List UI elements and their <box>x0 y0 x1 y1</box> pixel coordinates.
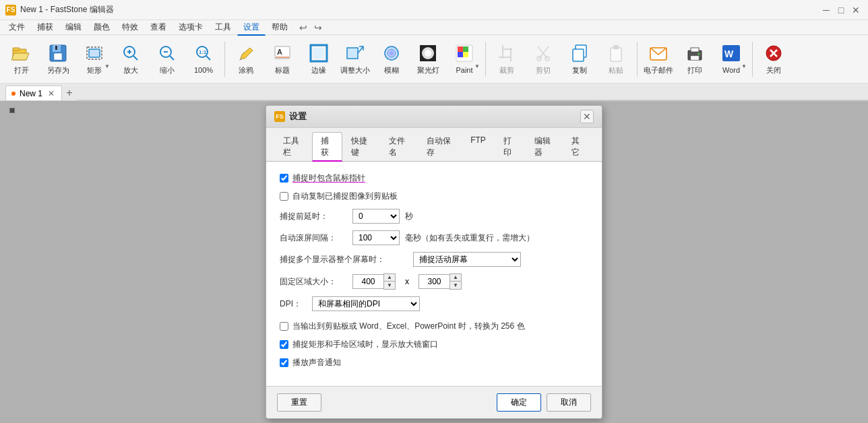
rect-button[interactable]: 矩形 ▼ <box>77 38 112 81</box>
paint-arrow: ▼ <box>474 63 480 69</box>
minimize-button[interactable]: ─ <box>819 3 833 17</box>
modal-overlay: FS 设置 ✕ 工具栏 捕获 快捷键 文件名 自动保存 FTP 打印 编辑器 其… <box>0 101 868 423</box>
menu-settings[interactable]: 设置 <box>237 20 266 36</box>
multimonitor-select[interactable]: 捕捉活动屏幕 捕捉所有屏幕 <box>413 252 521 267</box>
tab-close-button[interactable]: ✕ <box>46 89 56 98</box>
edge-label: 边缘 <box>311 66 326 75</box>
menu-view[interactable]: 查看 <box>144 20 173 35</box>
dialog-tab-filename[interactable]: 文件名 <box>380 132 418 161</box>
close-tool-button[interactable]: 关闭 <box>756 38 791 81</box>
spotlight-button[interactable]: 聚光灯 <box>410 38 445 81</box>
print-button[interactable]: 打印 <box>677 38 712 81</box>
svg-rect-51 <box>613 45 619 49</box>
menu-help[interactable]: 帮助 <box>266 20 294 35</box>
menu-edit[interactable]: 编辑 <box>59 20 88 35</box>
paste-button[interactable]: 粘贴 <box>598 38 633 81</box>
reset-button[interactable]: 重置 <box>277 393 321 412</box>
open-button[interactable]: 打开 <box>4 38 39 81</box>
height-up[interactable]: ▲ <box>450 274 461 282</box>
cut-button[interactable]: 剪切 <box>526 38 561 81</box>
auto-copy-label[interactable]: 自动复制已捕捉图像到剪贴板 <box>292 191 398 202</box>
zoomin-button[interactable]: 放大 <box>113 38 148 81</box>
edge-button[interactable]: 边缘 <box>301 38 336 81</box>
auto-copy-row: 自动复制已捕捉图像到剪贴板 <box>280 191 588 202</box>
width-down[interactable]: ▼ <box>384 282 395 289</box>
spotlight-icon <box>417 42 439 64</box>
crop-label: 裁剪 <box>499 66 514 75</box>
window-close-button[interactable]: ✕ <box>849 3 863 17</box>
width-input[interactable] <box>352 274 383 289</box>
undo-button[interactable]: ↩ <box>297 22 310 34</box>
menu-tools[interactable]: 工具 <box>209 20 237 35</box>
dialog-tab-capture[interactable]: 捕获 <box>312 132 343 162</box>
convert-256-label[interactable]: 当输出到剪贴板或 Word、Excel、PowerPoint 时，转换为 256… <box>292 321 525 332</box>
svg-rect-5 <box>55 46 57 50</box>
saveas-button[interactable]: 另存为 <box>40 38 75 81</box>
draw-button[interactable]: 涂鸦 <box>228 38 264 81</box>
paint-button[interactable]: Paint ▼ <box>447 38 482 81</box>
svg-line-14 <box>170 56 174 60</box>
svg-line-47 <box>543 46 549 53</box>
cancel-button[interactable]: 取消 <box>547 393 591 412</box>
dialog-tab-toolbar[interactable]: 工具栏 <box>274 132 312 161</box>
window-controls: ─ □ ✕ <box>819 3 863 17</box>
scroll-select[interactable]: 100 50 150 200 <box>352 230 400 245</box>
svg-line-11 <box>133 56 137 60</box>
sound-checkbox[interactable] <box>280 358 288 367</box>
word-button[interactable]: W Word ▼ <box>714 38 749 81</box>
height-input[interactable] <box>418 274 450 289</box>
copy-button[interactable]: 复制 <box>562 38 597 81</box>
menu-capture[interactable]: 捕获 <box>31 20 59 35</box>
dialog-tab-print[interactable]: 打印 <box>495 132 526 161</box>
email-label: 电子邮件 <box>644 66 673 75</box>
tab-add-button[interactable]: + <box>62 86 77 100</box>
magnifier-checkbox[interactable] <box>280 340 288 349</box>
dialog-close-button[interactable]: ✕ <box>580 110 594 123</box>
tab-new1[interactable]: New 1 ✕ <box>5 86 62 100</box>
email-button[interactable]: 电子邮件 <box>641 38 676 81</box>
dialog-tab-hotkeys[interactable]: 快捷键 <box>342 132 380 161</box>
auto-copy-checkbox[interactable] <box>280 192 288 201</box>
toolbar-sep-1 <box>224 42 225 77</box>
height-down[interactable]: ▼ <box>450 282 461 289</box>
title-button[interactable]: A 标题 <box>265 38 300 81</box>
zoom100-button[interactable]: 1:1 100% <box>186 38 221 81</box>
scroll-interval-row: 自动滚屏间隔： 100 50 150 200 毫秒（如有丢失或重复行，需增大） <box>280 230 588 245</box>
width-up[interactable]: ▲ <box>384 274 395 282</box>
title-bar: FS New 1 - FastStone 编辑器 ─ □ ✕ <box>0 0 868 20</box>
ok-button[interactable]: 确定 <box>497 393 541 412</box>
menu-file[interactable]: 文件 <box>3 20 31 35</box>
zoomout-button[interactable]: 缩小 <box>150 38 185 81</box>
menu-effects[interactable]: 特效 <box>116 20 144 35</box>
paint-icon <box>454 42 475 64</box>
svg-rect-32 <box>458 46 463 52</box>
convert-256-checkbox[interactable] <box>280 322 288 331</box>
magnifier-label[interactable]: 捕捉矩形和手绘区域时，显示放大镜窗口 <box>292 339 438 350</box>
dpi-select[interactable]: 和屏幕相同的DPI 72 DPI 96 DPI 150 DPI 300 DPI <box>312 296 420 311</box>
delay-label: 捕捉前延时： <box>280 211 347 222</box>
blur-icon <box>381 42 402 64</box>
sound-label[interactable]: 播放声音通知 <box>292 357 341 368</box>
menu-tabs[interactable]: 选项卡 <box>173 20 209 35</box>
tab-bar: New 1 ✕ + <box>0 84 868 101</box>
toolbar: 打开 另存为 矩形 ▼ <box>0 35 868 84</box>
dialog-tab-ftp[interactable]: FTP <box>462 132 495 161</box>
capture-cursor-label[interactable]: 捕捉时包含鼠标指针 <box>292 172 365 184</box>
maximize-button[interactable]: □ <box>834 3 848 17</box>
open-icon <box>11 42 32 64</box>
cut-label: 剪切 <box>536 66 551 75</box>
paint-label: Paint <box>456 66 472 75</box>
delay-select[interactable]: 0 1 2 3 <box>352 209 400 224</box>
resize-button[interactable]: 调整大小 <box>338 38 373 81</box>
dialog-tab-autosave[interactable]: 自动保存 <box>418 132 462 161</box>
crop-button[interactable]: 裁剪 <box>489 38 524 81</box>
cut-icon <box>532 42 554 64</box>
blur-button[interactable]: 模糊 <box>374 38 409 81</box>
redo-button[interactable]: ↪ <box>311 22 325 34</box>
dialog-tab-editor[interactable]: 编辑器 <box>526 132 563 161</box>
dialog-tab-other[interactable]: 其它 <box>563 132 594 161</box>
capture-cursor-checkbox[interactable] <box>280 174 288 183</box>
svg-rect-1 <box>13 48 20 51</box>
title-label: 标题 <box>275 66 290 75</box>
menu-color[interactable]: 颜色 <box>88 20 116 35</box>
